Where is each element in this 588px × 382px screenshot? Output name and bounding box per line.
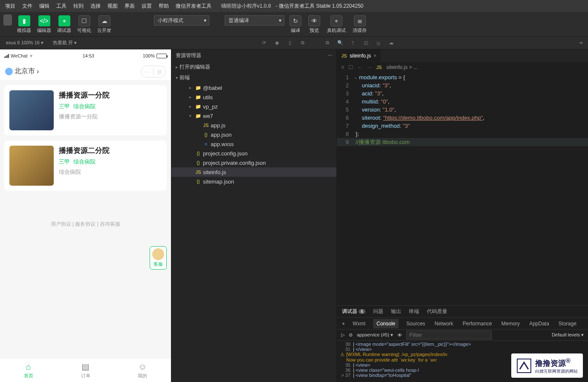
forward-icon[interactable]: → — [367, 64, 372, 70]
tree-json-project-private-config-json[interactable]: {}project.private.config.json — [171, 158, 336, 167]
hospital-card[interactable]: 播播资源一分院 三甲 综合病院 播播资源一分院 — [4, 85, 167, 135]
menu-ui[interactable]: 界面 — [121, 1, 138, 11]
panel-right-icon[interactable]: ⇥ — [576, 39, 585, 47]
menu-edit[interactable]: 编辑 — [36, 1, 53, 11]
ext-icon[interactable]: ◫ — [362, 39, 370, 47]
section-project[interactable]: 前端 — [171, 72, 336, 83]
editor-tab-siteinfo[interactable]: JSsiteinfo.js× — [337, 49, 381, 62]
logo-icon — [516, 358, 532, 373]
context-select[interactable]: appservice (#5) ▾ — [357, 332, 393, 338]
menu-wechat-devtools[interactable]: 微信开发者工具 — [172, 1, 215, 11]
devtab-storage[interactable]: Storage — [557, 321, 578, 327]
compile-button[interactable]: ↻编译 — [288, 14, 303, 34]
tab-terminal[interactable]: 终端 — [409, 308, 419, 315]
filter-input[interactable] — [406, 330, 492, 339]
devtab-wxml[interactable]: Wxml — [351, 321, 367, 327]
devtab-memory[interactable]: Memory — [500, 321, 521, 327]
db-icon[interactable]: ⌸ — [374, 39, 383, 47]
menu-select[interactable]: 选择 — [87, 1, 104, 11]
menu-help[interactable]: 帮助 — [155, 1, 172, 11]
branch-icon[interactable]: ᛘ — [349, 39, 357, 47]
tree-json-sitemap-json[interactable]: {}sitemap.json — [171, 177, 336, 186]
tree-json-project-config-json[interactable]: {}project.config.json — [171, 149, 336, 158]
carrier-label: WeChat — [11, 53, 28, 58]
section-open-editors[interactable]: 打开的编辑器 — [171, 62, 336, 72]
back-icon[interactable]: ← — [357, 64, 362, 70]
refresh-icon[interactable]: ⟳ — [260, 39, 269, 47]
cloud-button[interactable]: ☁云开发 — [96, 14, 113, 34]
tab-orders[interactable]: ▤订单 — [57, 359, 114, 382]
kefu-button[interactable]: 客服 — [150, 246, 167, 270]
devtab-performance[interactable]: Performance — [461, 321, 494, 327]
tab-debugger[interactable]: 调试器 6 — [342, 308, 365, 315]
json-icon: {} — [203, 132, 209, 137]
menu-goto[interactable]: 转到 — [70, 1, 87, 11]
compile-mode-select[interactable]: 普通编译 — [225, 15, 284, 26]
tree-js-siteinfo-js[interactable]: JSsiteinfo.js — [171, 167, 336, 177]
device-select[interactable]: exus 6 100% 16 ▾ — [3, 39, 46, 46]
tree-folder--babel[interactable]: ▸📁@babel — [171, 83, 336, 92]
search-icon[interactable]: 🔍 — [336, 39, 345, 47]
bookmark-icon[interactable]: ☐ — [348, 64, 353, 70]
tab-output[interactable]: 输出 — [391, 308, 401, 315]
preview-button[interactable]: 👁预览 — [307, 14, 322, 34]
hot-reload-select[interactable]: 热重载 开 ▾ — [50, 39, 79, 47]
real-debug-button[interactable]: ⌖真机调试 — [325, 14, 348, 34]
visual-button[interactable]: ☐可视化 — [75, 14, 93, 34]
devtab-appdata[interactable]: AppData — [527, 321, 551, 327]
js-icon: JS — [341, 53, 347, 58]
tree-folder-vp-pz[interactable]: ▸📁vp_pz — [171, 102, 336, 111]
tree-folder-utils[interactable]: ▸📁utils — [171, 92, 336, 102]
footer-links[interactable]: 用户协议 | 服务协议 | 咨询客服 — [4, 221, 167, 228]
devtab-sources[interactable]: Sources — [405, 321, 427, 327]
console-output[interactable]: 30| <image mode="aspectFill" src="{{item… — [337, 341, 588, 382]
clear-icon[interactable]: ⊘ — [349, 332, 353, 338]
eye-icon[interactable]: 👁 — [397, 333, 402, 338]
inspect-icon[interactable]: ⌖ — [342, 321, 345, 327]
sim-navbar: 北京市 › ···◎ — [0, 62, 171, 81]
tab-home[interactable]: ⌂首页 — [0, 359, 57, 382]
more-icon[interactable]: ··· — [328, 52, 332, 59]
tab-problems[interactable]: 问题 — [373, 308, 383, 315]
hospital-card[interactable]: 播播资源二分院 三甲 综合病院 综合病院 — [4, 141, 167, 191]
simulator-button[interactable]: ▮模拟器 — [15, 14, 33, 34]
tab-quality[interactable]: 代码质量 — [427, 308, 447, 315]
close-icon[interactable]: ◎ — [154, 68, 165, 75]
tree-js-app-js[interactable]: JSapp.js — [171, 121, 336, 130]
phone-icon[interactable]: ▯ — [286, 39, 294, 47]
debugger-button[interactable]: ⌖调试器 — [55, 14, 73, 34]
cloud-icon[interactable]: ☁ — [387, 39, 396, 47]
levels-select[interactable]: Default levels ▾ — [552, 332, 584, 338]
tree-json-app-json[interactable]: {}app.json — [171, 130, 336, 139]
menu-file[interactable]: 文件 — [19, 1, 36, 11]
play-icon[interactable]: ▷ — [341, 332, 345, 338]
hospital-name: 播播资源一分院 — [59, 90, 110, 100]
menu-view[interactable]: 视图 — [104, 1, 121, 11]
tab-me[interactable]: ☺我的 — [114, 359, 171, 382]
menu-tools[interactable]: 工具 — [53, 1, 70, 11]
breadcrumb[interactable]: siteinfo.js > ... — [386, 64, 418, 70]
copy-icon[interactable]: ⧉ — [298, 39, 307, 47]
editor-button[interactable]: </>编辑器 — [35, 14, 53, 34]
more-icon[interactable]: ··· — [141, 68, 153, 75]
menu-project[interactable]: 项目 — [2, 1, 19, 11]
wifi-icon: ᯤ — [29, 53, 34, 58]
hospital-image — [9, 146, 54, 186]
clear-cache-button[interactable]: ≣清缓存 — [351, 14, 368, 34]
wxss-icon: ≡ — [203, 141, 209, 146]
folder-icon: 📁 — [195, 95, 201, 100]
record-icon[interactable]: ◉ — [273, 39, 281, 47]
close-icon[interactable]: × — [374, 53, 377, 59]
list-icon[interactable]: ≡ — [341, 64, 344, 70]
js-icon: JS — [203, 123, 209, 128]
devtab-console[interactable]: Console — [373, 319, 399, 328]
devtab-network[interactable]: Network — [433, 321, 455, 327]
tree-folder-we7[interactable]: ▾📁we7 — [171, 111, 336, 121]
location-picker[interactable]: 北京市 › — [5, 67, 39, 76]
avatar-icon[interactable] — [3, 14, 12, 26]
miniprogram-capsule[interactable]: ···◎ — [141, 66, 166, 78]
menu-settings[interactable]: 设置 — [138, 1, 155, 11]
tree-wxss-app-wxss[interactable]: ≡app.wxss — [171, 139, 336, 149]
mode-select[interactable]: 小程序模式 — [154, 15, 209, 26]
files-icon[interactable]: ⧉ — [323, 39, 332, 47]
